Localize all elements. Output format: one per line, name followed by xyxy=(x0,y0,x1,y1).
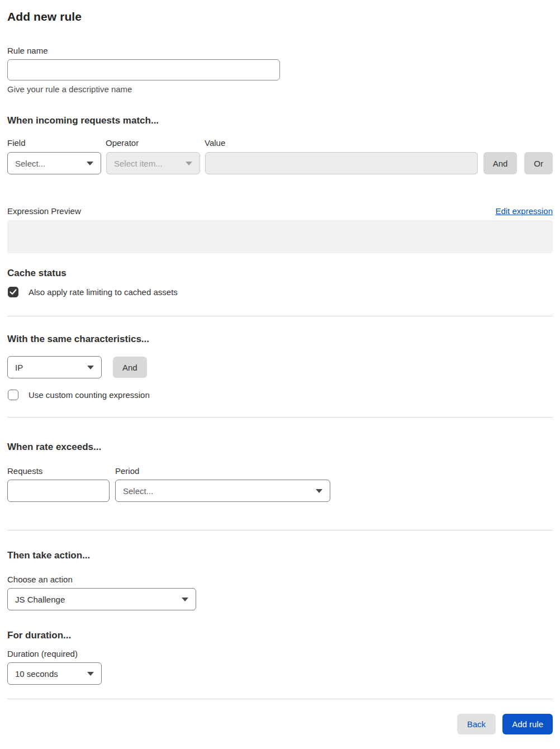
period-select[interactable]: Select... xyxy=(115,480,330,502)
requests-label: Requests xyxy=(7,466,115,476)
duration-label: Duration (required) xyxy=(7,649,553,658)
value-input xyxy=(205,152,478,174)
cache-checkbox[interactable] xyxy=(8,287,18,297)
operator-select: Select item... xyxy=(106,152,200,174)
section-heading-rate: When rate exceeds... xyxy=(7,442,553,453)
check-icon xyxy=(10,289,17,295)
section-heading-action: Then take action... xyxy=(7,550,553,561)
section-heading-duration: For duration... xyxy=(7,630,553,641)
add-rule-button[interactable]: Add rule xyxy=(502,714,553,734)
rule-name-label: Rule name xyxy=(7,46,553,55)
chevron-down-icon xyxy=(87,162,93,165)
action-select[interactable]: JS Challenge xyxy=(7,588,196,610)
chevron-down-icon xyxy=(87,672,94,676)
or-button[interactable]: Or xyxy=(524,152,553,174)
expression-preview-label: Expression Preview xyxy=(7,206,81,216)
section-heading-cache: Cache status xyxy=(7,268,553,279)
rule-name-input[interactable] xyxy=(7,59,280,80)
action-label: Choose an action xyxy=(7,575,553,584)
page-title: Add new rule xyxy=(7,10,553,23)
period-label: Period xyxy=(115,466,139,476)
field-select-value: Select... xyxy=(15,159,45,168)
duration-select[interactable]: 10 seconds xyxy=(7,662,102,685)
characteristic-select-value: IP xyxy=(15,363,23,372)
expression-preview-box xyxy=(7,220,553,253)
divider xyxy=(7,530,553,530)
divider xyxy=(7,417,553,418)
rule-name-help: Give your rule a descriptive name xyxy=(7,84,553,94)
field-label: Field xyxy=(7,138,106,148)
custom-counting-label[interactable]: Use custom counting expression xyxy=(29,390,150,400)
chevron-down-icon xyxy=(182,598,188,601)
characteristic-select[interactable]: IP xyxy=(7,356,102,378)
section-heading-match: When incoming requests match... xyxy=(7,115,553,126)
cache-checkbox-label[interactable]: Also apply rate limiting to cached asset… xyxy=(29,287,178,297)
value-label: Value xyxy=(205,138,225,148)
duration-select-value: 10 seconds xyxy=(15,669,58,679)
chevron-down-icon xyxy=(186,162,192,165)
requests-input[interactable] xyxy=(7,480,110,502)
chevron-down-icon xyxy=(87,366,94,369)
section-heading-characteristics: With the same characteristics... xyxy=(7,334,553,345)
divider xyxy=(7,316,553,316)
operator-select-value: Select item... xyxy=(114,159,163,168)
divider xyxy=(7,699,553,699)
and-button[interactable]: And xyxy=(483,152,518,174)
characteristic-and-button[interactable]: And xyxy=(113,357,147,378)
action-select-value: JS Challenge xyxy=(15,595,65,604)
period-select-value: Select... xyxy=(123,486,153,496)
chevron-down-icon xyxy=(316,489,322,493)
edit-expression-link[interactable]: Edit expression xyxy=(495,206,553,216)
field-select[interactable]: Select... xyxy=(7,152,101,174)
operator-label: Operator xyxy=(106,138,205,148)
custom-counting-checkbox[interactable] xyxy=(8,390,18,400)
back-button[interactable]: Back xyxy=(457,714,496,734)
